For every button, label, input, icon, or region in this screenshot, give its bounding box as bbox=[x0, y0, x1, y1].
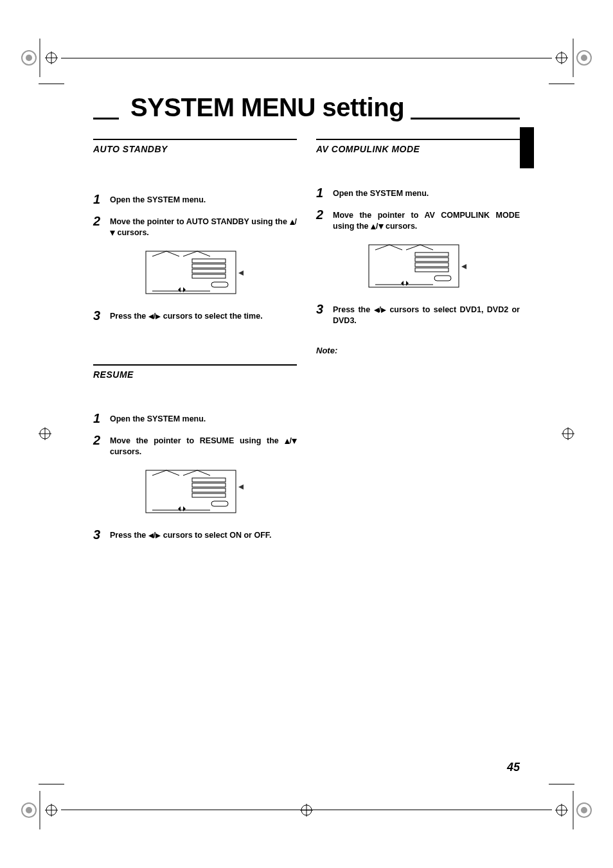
step-number: 1 bbox=[316, 186, 326, 199]
down-arrow-icon bbox=[378, 224, 384, 229]
svg-rect-34 bbox=[192, 259, 226, 263]
left-arrow-icon bbox=[148, 314, 154, 319]
svg-rect-46 bbox=[192, 488, 226, 492]
svg-point-11 bbox=[581, 55, 587, 61]
crop-line bbox=[39, 84, 64, 84]
crop-line bbox=[39, 784, 64, 784]
svg-marker-39 bbox=[238, 270, 244, 276]
step-item: 2 Move the pointer to RESUME using the /… bbox=[93, 434, 297, 457]
step-number: 1 bbox=[93, 193, 103, 206]
svg-rect-36 bbox=[192, 269, 226, 273]
step-text: Press the / cursors to select ON or OFF. bbox=[110, 528, 297, 541]
title-rule bbox=[411, 118, 520, 120]
note-label: Note: bbox=[316, 346, 520, 355]
step-text-part: Press the bbox=[110, 531, 148, 540]
crop-mark-icon bbox=[555, 414, 594, 453]
crop-mark-icon bbox=[19, 414, 58, 453]
right-arrow-icon bbox=[381, 308, 386, 313]
page-content: SYSTEM MENU setting AUTO STANDBY 1 Open … bbox=[93, 93, 520, 774]
step-number: 1 bbox=[93, 412, 103, 425]
section-heading-auto-standby: AUTO STANDBY bbox=[93, 144, 297, 154]
step-text-part: Move the pointer to AV COMPULINK MODE us… bbox=[333, 211, 520, 231]
step-text-part: Move the pointer to RESUME using the bbox=[110, 436, 285, 445]
step-text-part: cursors. bbox=[110, 447, 141, 456]
svg-rect-55 bbox=[415, 258, 449, 261]
svg-point-23 bbox=[581, 807, 587, 813]
svg-rect-47 bbox=[192, 493, 226, 497]
page-number: 45 bbox=[507, 761, 520, 774]
step-text: Open the SYSTEM menu. bbox=[110, 193, 297, 206]
crop-mark-icon bbox=[19, 39, 58, 77]
step-text: Press the / cursors to select the time. bbox=[110, 309, 297, 322]
up-arrow-icon bbox=[285, 439, 290, 444]
section-heading-av-compulink: AV COMPULINK MODE bbox=[316, 144, 520, 154]
up-arrow-icon bbox=[290, 220, 295, 225]
step-text-part: Press the bbox=[333, 305, 374, 314]
step-text-part: Press the bbox=[110, 312, 148, 321]
step-text-part: cursors. bbox=[115, 228, 149, 237]
svg-rect-45 bbox=[192, 483, 226, 487]
svg-rect-35 bbox=[192, 264, 226, 268]
down-arrow-icon bbox=[292, 439, 297, 444]
section-rule bbox=[93, 139, 297, 140]
section-rule bbox=[93, 364, 297, 366]
svg-marker-41 bbox=[183, 287, 186, 292]
step-text: Press the / cursors to select DVD1, DVD2… bbox=[333, 303, 520, 326]
step-item: 3 Press the / cursors to select DVD1, DV… bbox=[316, 303, 520, 326]
svg-point-13 bbox=[26, 807, 32, 813]
svg-rect-38 bbox=[211, 282, 228, 287]
step-item: 1 Open the SYSTEM menu. bbox=[316, 186, 520, 199]
step-text-part: cursors. bbox=[384, 222, 418, 231]
step-item: 3 Press the / cursors to select ON or OF… bbox=[93, 528, 297, 541]
step-number: 3 bbox=[93, 528, 103, 541]
crop-mark-icon bbox=[555, 39, 594, 77]
step-item: 2 Move the pointer to AUTO STANDBY using… bbox=[93, 215, 297, 238]
step-number: 2 bbox=[93, 215, 103, 227]
svg-marker-40 bbox=[178, 287, 181, 292]
crop-line bbox=[549, 784, 574, 784]
step-item: 1 Open the SYSTEM menu. bbox=[93, 412, 297, 425]
svg-marker-61 bbox=[406, 281, 409, 286]
section-rule bbox=[316, 139, 520, 140]
step-number: 3 bbox=[316, 303, 326, 315]
step-number: 3 bbox=[93, 309, 103, 322]
crop-line bbox=[61, 810, 552, 810]
svg-marker-51 bbox=[183, 506, 186, 511]
page-side-tab bbox=[520, 127, 534, 168]
svg-marker-49 bbox=[238, 484, 244, 490]
svg-rect-54 bbox=[415, 252, 449, 256]
up-arrow-icon bbox=[371, 224, 376, 229]
step-text-part: Move the pointer to AUTO STANDBY using t… bbox=[110, 217, 290, 226]
step-text: Move the pointer to AV COMPULINK MODE us… bbox=[333, 208, 520, 232]
crop-line bbox=[549, 84, 574, 84]
step-text-part: cursors to select ON or OFF. bbox=[161, 531, 271, 540]
title-rule bbox=[93, 118, 119, 120]
step-item: 3 Press the / cursors to select the time… bbox=[93, 309, 297, 322]
crop-mark-icon bbox=[555, 791, 594, 829]
crop-mark-icon bbox=[287, 791, 326, 829]
svg-point-1 bbox=[26, 55, 32, 61]
right-column: AV COMPULINK MODE 1 Open the SYSTEM menu… bbox=[316, 139, 520, 550]
crop-line bbox=[61, 58, 552, 58]
menu-diagram bbox=[93, 247, 297, 297]
svg-marker-59 bbox=[461, 264, 466, 269]
menu-diagram bbox=[316, 241, 520, 291]
step-text-part: cursors to select the time. bbox=[161, 312, 262, 321]
left-column: AUTO STANDBY 1 Open the SYSTEM menu. 2 M… bbox=[93, 139, 297, 550]
step-text: Open the SYSTEM menu. bbox=[110, 412, 297, 425]
step-number: 2 bbox=[93, 434, 103, 447]
page-title: SYSTEM MENU setting bbox=[119, 93, 411, 122]
step-text: Open the SYSTEM menu. bbox=[333, 186, 520, 199]
menu-diagram bbox=[93, 466, 297, 517]
step-item: 2 Move the pointer to AV COMPULINK MODE … bbox=[316, 208, 520, 232]
page-title-row: SYSTEM MENU setting bbox=[93, 93, 520, 122]
step-item: 1 Open the SYSTEM menu. bbox=[93, 193, 297, 206]
svg-rect-48 bbox=[211, 501, 228, 506]
svg-rect-37 bbox=[192, 274, 226, 278]
left-arrow-icon bbox=[374, 308, 379, 313]
step-text: Move the pointer to AUTO STANDBY using t… bbox=[110, 215, 297, 238]
svg-marker-60 bbox=[401, 281, 404, 286]
svg-rect-56 bbox=[415, 263, 449, 267]
svg-marker-50 bbox=[178, 506, 181, 511]
svg-rect-57 bbox=[415, 268, 449, 272]
